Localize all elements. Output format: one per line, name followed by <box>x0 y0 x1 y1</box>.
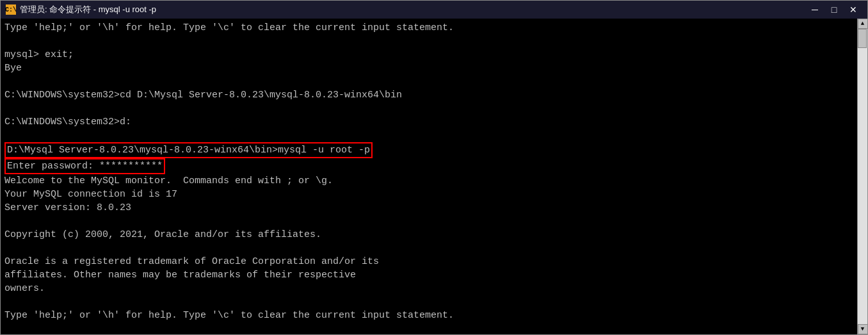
scroll-down-button[interactable]: ▼ <box>858 324 868 334</box>
terminal-output[interactable]: Type 'help;' or '\h' for help. Type '\c'… <box>1 19 857 334</box>
terminal-line: Enter password: *********** <box>4 158 853 174</box>
highlighted-line: D:\Mysql Server-8.0.23\mysql-8.0.23-winx… <box>4 142 373 158</box>
terminal-line: Type 'help;' or '\h' for help. Type '\c'… <box>4 21 853 35</box>
terminal-line <box>4 295 853 309</box>
scrollbar[interactable]: ▲ ▼ <box>857 19 867 334</box>
terminal-line: Your MySQL connection id is 17 <box>4 188 853 201</box>
content-area: Type 'help;' or '\h' for help. Type '\c'… <box>1 19 867 334</box>
cmd-icon: C:\ <box>6 4 16 15</box>
terminal-line: C:\WINDOWS\system32>d: <box>4 115 853 129</box>
cmd-window: C:\ 管理员: 命令提示符 - mysql -u root -p ─ □ ✕ … <box>0 0 868 335</box>
close-button[interactable]: ✕ <box>844 3 862 16</box>
maximize-button[interactable]: □ <box>825 3 843 16</box>
terminal-line <box>4 215 853 228</box>
terminal-line <box>4 129 853 142</box>
minimize-button[interactable]: ─ <box>806 3 824 16</box>
window-controls: ─ □ ✕ <box>806 3 862 16</box>
terminal-line: mysql> exit; <box>4 48 853 61</box>
scroll-track <box>858 29 867 324</box>
terminal-line: C:\WINDOWS\system32>cd D:\Mysql Server-8… <box>4 88 853 102</box>
scroll-thumb[interactable] <box>858 29 867 48</box>
terminal-line: Copyright (c) 2000, 2021, Oracle and/or … <box>4 228 853 241</box>
terminal-line <box>4 102 853 115</box>
window-title: 管理员: 命令提示符 - mysql -u root -p <box>20 4 156 15</box>
terminal-line: Oracle is a registered trademark of Orac… <box>4 255 853 268</box>
highlighted-line: Enter password: *********** <box>4 158 165 174</box>
terminal-line <box>4 241 853 255</box>
terminal-line: Server version: 8.0.23 <box>4 201 853 215</box>
terminal-line: Bye <box>4 61 853 75</box>
terminal-line <box>4 35 853 48</box>
terminal-line <box>4 75 853 88</box>
terminal-line: D:\Mysql Server-8.0.23\mysql-8.0.23-winx… <box>4 142 853 158</box>
scroll-up-button[interactable]: ▲ <box>858 19 868 29</box>
title-bar-left: C:\ 管理员: 命令提示符 - mysql -u root -p <box>6 4 156 15</box>
terminal-line: Type 'help;' or '\h' for help. Type '\c'… <box>4 309 853 322</box>
title-bar: C:\ 管理员: 命令提示符 - mysql -u root -p ─ □ ✕ <box>1 1 867 19</box>
terminal-line: Welcome to the MySQL monitor. Commands e… <box>4 174 853 188</box>
terminal-line: affiliates. Other names may be trademark… <box>4 268 853 282</box>
terminal-line: owners. <box>4 282 853 295</box>
